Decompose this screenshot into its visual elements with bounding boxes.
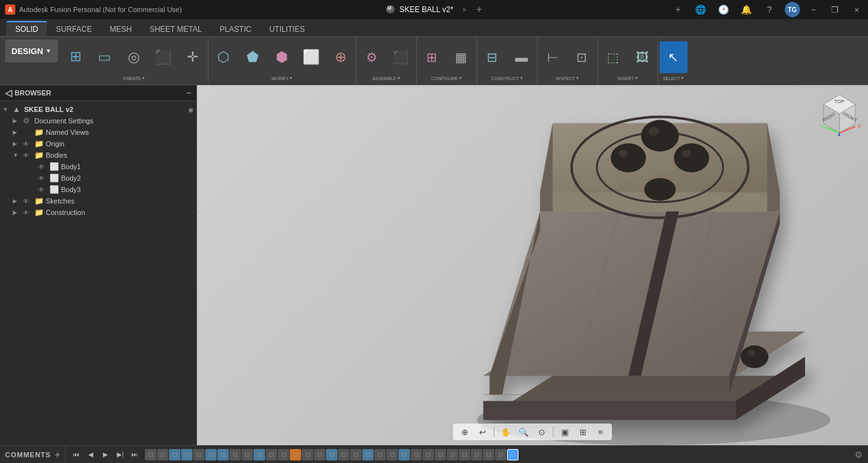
offset-plane-button[interactable]: ⊟ [478, 41, 506, 73]
close-button[interactable]: × [850, 4, 863, 16]
next-frame-button[interactable]: ▶| [113, 448, 127, 462]
clock-icon[interactable]: 🕐 [716, 2, 731, 17]
timeline-item-31[interactable]: □ [507, 449, 519, 460]
tree-item-root[interactable]: ▼ ▲ SKEE BALL v2 ◉ [0, 104, 196, 115]
timeline-item-5[interactable]: □ [193, 449, 205, 460]
tree-item-body2[interactable]: ▶ 👁 ⬜ Body2 [0, 172, 196, 184]
fillet-button[interactable]: ⬟ [239, 41, 267, 73]
timeline-item-24[interactable]: □ [423, 449, 434, 460]
eye-icon-body2[interactable]: 👁 [38, 175, 47, 182]
browser-collapse-icon[interactable]: ◁ [5, 88, 12, 98]
tree-item-body3[interactable]: ▶ 👁 ⬜ Body3 [0, 184, 196, 195]
timeline-item-22[interactable]: □ [398, 449, 410, 460]
globe-icon[interactable]: 🌐 [693, 2, 709, 17]
configure2-button[interactable]: ▦ [447, 41, 475, 73]
timeline-item-9[interactable]: □ [241, 449, 253, 460]
add-comment-icon[interactable]: + [55, 450, 60, 460]
chamfer-button[interactable]: ⬢ [268, 41, 296, 73]
timeline-item-7[interactable]: □ [217, 449, 229, 460]
timeline-item-23[interactable]: □ [410, 449, 422, 460]
view-style-button[interactable]: ▣ [557, 425, 573, 439]
look-at-button[interactable]: ↩ [475, 425, 490, 439]
new-component-button[interactable]: ⊞ [62, 41, 90, 73]
eye-icon-construction[interactable]: 👁 [23, 209, 32, 216]
tree-item-construction[interactable]: ▶ 👁 📁 Construction · · [0, 207, 196, 218]
joint-button[interactable]: ⚙ [358, 41, 386, 73]
extrude-button[interactable]: ▭ [91, 41, 119, 73]
timeline-item-21[interactable]: □ [386, 449, 398, 460]
tree-item-body1[interactable]: ▶ 👁 ⬜ Body1 [0, 161, 196, 172]
timeline-item-11[interactable]: □ [266, 449, 277, 460]
modify-label[interactable]: MODIFY ▾ [271, 74, 292, 82]
timeline-item-3[interactable]: □ [169, 449, 180, 460]
select-button[interactable]: ↖ [660, 41, 688, 73]
add-icon[interactable]: ＋ [670, 2, 686, 17]
inspect-label[interactable]: INSPECT ▾ [556, 74, 579, 82]
combine-button[interactable]: ⊕ [327, 41, 355, 73]
timeline-item-10[interactable]: □ [254, 449, 265, 460]
prev-frame-button[interactable]: ◀ [84, 448, 98, 462]
timeline-item-17[interactable]: □ [338, 449, 349, 460]
timeline-item-6[interactable]: □ [205, 449, 217, 460]
timeline-item-18[interactable]: □ [350, 449, 362, 460]
browser-minimize-icon[interactable]: − [186, 88, 191, 98]
timeline-item-4[interactable]: □ [181, 449, 193, 460]
new-tab-icon[interactable]: + [476, 4, 482, 15]
tree-item-named-views[interactable]: ▶ 📁 Named Views [0, 127, 196, 138]
tab-mesh[interactable]: MESH [101, 22, 141, 36]
tree-item-sketches[interactable]: ▶ 👁 📁 Sketches [0, 195, 196, 207]
timeline-item-12[interactable]: □ [278, 449, 289, 460]
timeline-item-8[interactable]: □ [229, 449, 241, 460]
revolve-button[interactable]: ◎ [120, 41, 148, 73]
insert-svg-button[interactable]: 🖼 [628, 41, 656, 73]
zoom-window-button[interactable]: 🔍 [516, 425, 531, 439]
press-pull-button[interactable]: ⬡ [210, 41, 238, 73]
first-frame-button[interactable]: ⏮ [69, 448, 83, 462]
assemble-label[interactable]: ASSEMBLE ▾ [372, 74, 400, 82]
tab-solid[interactable]: SOLID [6, 21, 47, 36]
help-icon[interactable]: ? [762, 2, 777, 17]
viewport[interactable]: TOP FRONT RIGHT X Y Z ⊕ ↩ [197, 85, 868, 445]
timeline-item-1[interactable]: □ [145, 449, 156, 460]
user-avatar[interactable]: TG [785, 2, 800, 17]
design-dropdown[interactable]: DESIGN ▼ [5, 39, 58, 62]
maximize-button[interactable]: ❐ [827, 4, 843, 16]
timeline-item-25[interactable]: □ [435, 449, 446, 460]
timeline-item-30[interactable]: □ [495, 449, 506, 460]
interference-button[interactable]: ⊡ [568, 41, 596, 73]
move-button[interactable]: ✛ [179, 41, 207, 73]
insert-label[interactable]: INSERT ▾ [618, 74, 638, 82]
construct-label[interactable]: CONSTRUCT ▾ [491, 74, 523, 82]
tab-utilities[interactable]: UTILITIES [261, 22, 314, 36]
sweep-button[interactable]: ⬛ [149, 41, 177, 73]
timeline-item-2[interactable]: □ [157, 449, 168, 460]
rigid-group-button[interactable]: ⬛ [387, 41, 415, 73]
timeline-item-28[interactable]: □ [471, 449, 482, 460]
orbit-button[interactable]: ⊕ [457, 425, 472, 439]
bell-icon[interactable]: 🔔 [739, 2, 754, 17]
measure-button[interactable]: ⊢ [539, 41, 567, 73]
timeline-item-13[interactable]: □ [290, 449, 301, 460]
create-label[interactable]: CREATE ▾ [123, 74, 145, 82]
pan-button[interactable]: ✋ [498, 425, 513, 439]
last-frame-button[interactable]: ⏭ [128, 448, 142, 462]
timeline-item-14[interactable]: □ [302, 449, 313, 460]
eye-icon-origin[interactable]: 👁 [23, 141, 32, 148]
tree-item-bodies[interactable]: ▼ 👁 📁 Bodies [0, 149, 196, 161]
orientation-cube[interactable]: TOP FRONT RIGHT X Y Z [817, 92, 862, 136]
timeline-item-19[interactable]: □ [362, 449, 374, 460]
comments-bar[interactable]: COMMENTS + [0, 446, 65, 463]
grid-button[interactable]: ⊞ [575, 425, 590, 439]
select-label[interactable]: SELECT ▾ [663, 74, 684, 82]
eye-icon-body3[interactable]: 👁 [38, 186, 47, 193]
tab-sheet-metal[interactable]: SHEET METAL [140, 22, 210, 36]
tree-item-doc-settings[interactable]: ▶ ⚙ Document Settings [0, 115, 196, 127]
eye-icon-body1[interactable]: 👁 [38, 163, 47, 170]
tab-close-icon[interactable]: × [462, 6, 466, 13]
minimize-button[interactable]: − [808, 4, 820, 16]
tab-plastic[interactable]: PLASTIC [211, 22, 261, 36]
timeline-item-15[interactable]: □ [314, 449, 325, 460]
play-button[interactable]: ▶ [98, 448, 112, 462]
timeline-item-16[interactable]: □ [326, 449, 337, 460]
tree-item-origin[interactable]: ▶ 👁 📁 Origin [0, 138, 196, 149]
